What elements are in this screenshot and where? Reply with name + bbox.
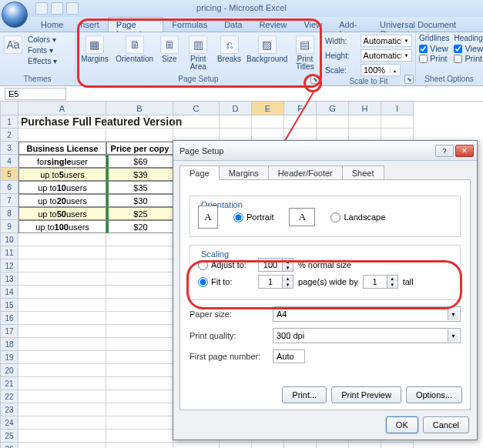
paper-size-combo[interactable]: A4▼: [273, 306, 461, 322]
office-button[interactable]: [2, 2, 28, 28]
cell[interactable]: $20: [106, 220, 173, 233]
cell[interactable]: [106, 416, 173, 430]
tab-review[interactable]: Review: [250, 17, 295, 32]
cell[interactable]: [106, 390, 173, 403]
cell[interactable]: [18, 364, 106, 377]
print-button[interactable]: Print...: [282, 386, 327, 403]
cell[interactable]: for single user: [18, 155, 106, 168]
cell[interactable]: $25: [106, 207, 173, 220]
tab-home[interactable]: Home: [32, 17, 72, 32]
cell[interactable]: Purchase Full Featured Version: [18, 115, 106, 129]
cell[interactable]: Business License: [18, 142, 106, 155]
row-header[interactable]: 19: [0, 351, 18, 364]
tab-page-layout[interactable]: Page Layout: [108, 17, 163, 32]
dlg-tab-page[interactable]: Page: [179, 165, 220, 180]
col-header[interactable]: I: [381, 102, 414, 115]
tab-data[interactable]: Data: [216, 17, 250, 32]
col-header[interactable]: D: [220, 102, 252, 115]
row-header[interactable]: 3: [0, 142, 18, 155]
fit-to-radio[interactable]: Fit to:: [198, 277, 253, 287]
row-header[interactable]: 10: [0, 233, 18, 246]
width-combo[interactable]: Automatic▼: [361, 35, 412, 47]
cell[interactable]: [18, 443, 106, 448]
cell[interactable]: [317, 443, 349, 448]
cell[interactable]: [284, 115, 317, 129]
cell[interactable]: [18, 272, 106, 286]
row-header[interactable]: 9: [0, 220, 18, 233]
cell[interactable]: [106, 325, 173, 338]
tab-udc[interactable]: Universal Document Converter: [371, 17, 483, 32]
cancel-button[interactable]: Cancel: [423, 416, 469, 433]
row-header[interactable]: 7: [0, 194, 18, 207]
cell[interactable]: [106, 115, 173, 129]
cell[interactable]: up to 20 users: [18, 194, 106, 207]
height-combo[interactable]: Automatic▼: [361, 49, 412, 62]
help-button[interactable]: ?: [435, 145, 454, 157]
headings-print-check[interactable]: Print: [454, 54, 483, 63]
close-button[interactable]: ✕: [455, 145, 474, 157]
cell[interactable]: $35: [106, 181, 173, 194]
cell[interactable]: [18, 351, 106, 364]
undo-icon[interactable]: [51, 2, 63, 15]
cell[interactable]: [106, 286, 173, 299]
cell[interactable]: $30: [106, 194, 173, 207]
row-header[interactable]: 4: [0, 155, 18, 168]
row-header[interactable]: 6: [0, 181, 18, 194]
row-header[interactable]: 23: [0, 403, 18, 416]
col-header[interactable]: E: [252, 102, 284, 115]
cell[interactable]: [173, 443, 220, 448]
cell[interactable]: up to 50 users: [18, 207, 106, 220]
row-header[interactable]: 18: [0, 338, 18, 351]
fit-wide-spin[interactable]: ▲▼: [258, 275, 293, 289]
cell[interactable]: [106, 403, 173, 416]
cell[interactable]: [106, 443, 173, 448]
row-header[interactable]: 1: [0, 115, 18, 129]
cell[interactable]: [106, 299, 173, 312]
cell[interactable]: [220, 115, 252, 129]
cell[interactable]: [106, 259, 173, 272]
dlg-tab-margins[interactable]: Margins: [219, 165, 269, 180]
name-box[interactable]: [5, 88, 66, 100]
cell[interactable]: [18, 338, 106, 351]
scale-launcher[interactable]: ⬊: [404, 75, 414, 84]
cell[interactable]: [106, 351, 173, 364]
row-header[interactable]: 2: [0, 129, 18, 142]
row-header[interactable]: 12: [0, 259, 18, 272]
adjust-to-spin[interactable]: ▲▼: [258, 258, 293, 272]
tab-formulas[interactable]: Formulas: [163, 17, 216, 32]
cell[interactable]: [18, 325, 106, 338]
cell[interactable]: [381, 443, 414, 448]
gridlines-print-check[interactable]: Print: [419, 54, 449, 63]
cell[interactable]: [173, 115, 220, 129]
row-header[interactable]: 15: [0, 299, 18, 312]
col-header[interactable]: A: [18, 102, 106, 115]
scale-spin[interactable]: 100%▴: [361, 64, 401, 76]
cell[interactable]: [18, 377, 106, 390]
redo-icon[interactable]: [66, 2, 79, 15]
cell[interactable]: [284, 443, 317, 448]
cell[interactable]: [18, 286, 106, 299]
fonts-button[interactable]: Fonts ▾: [28, 46, 57, 55]
cell[interactable]: $39: [106, 168, 173, 181]
row-header[interactable]: 22: [0, 390, 18, 403]
save-icon[interactable]: [35, 2, 48, 15]
tab-insert[interactable]: nsert: [72, 17, 107, 32]
row-header[interactable]: 26: [0, 443, 18, 448]
tab-addins[interactable]: Add-Ins: [330, 17, 371, 32]
cell[interactable]: up to 100 users: [18, 220, 106, 233]
options-button[interactable]: Options...: [406, 386, 462, 403]
colors-button[interactable]: Colors ▾: [28, 35, 57, 45]
row-header[interactable]: 25: [0, 430, 18, 443]
cell[interactable]: [18, 129, 106, 142]
row-header[interactable]: 21: [0, 377, 18, 390]
cell[interactable]: $69: [106, 155, 173, 168]
cell[interactable]: Price per copy: [106, 142, 173, 155]
themes-button[interactable]: Aa: [3, 34, 23, 54]
row-header[interactable]: 20: [0, 364, 18, 377]
effects-button[interactable]: Effects ▾: [28, 57, 57, 66]
col-header[interactable]: G: [317, 102, 349, 115]
cell[interactable]: [106, 272, 173, 286]
ok-button[interactable]: OK: [386, 416, 418, 433]
dialog-titlebar[interactable]: Page Setup ? ✕: [173, 141, 477, 161]
cell[interactable]: [106, 430, 173, 443]
